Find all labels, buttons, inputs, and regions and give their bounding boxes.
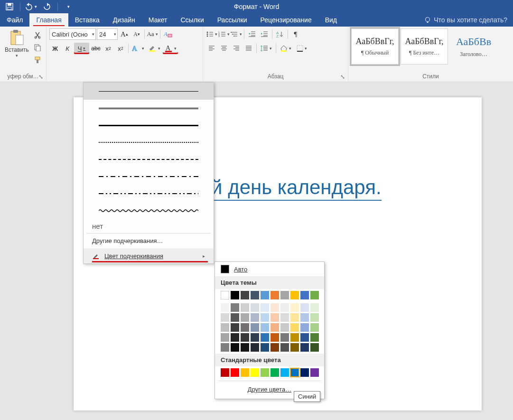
color-swatch[interactable] [290, 368, 299, 377]
align-center-button[interactable] [218, 43, 230, 54]
clear-formatting-button[interactable]: A [162, 28, 174, 40]
style-no-spacing[interactable]: АаБбВвГг,¶ Без инте… [401, 28, 448, 65]
color-swatch[interactable] [251, 343, 259, 352]
style-normal[interactable]: АаБбВвГг,¶ Обычный [351, 28, 399, 65]
underline-style-wave[interactable] [84, 202, 214, 219]
color-swatch[interactable] [231, 313, 239, 322]
italic-button[interactable]: К [62, 43, 73, 54]
color-swatch[interactable] [241, 343, 249, 352]
underline-color-submenu[interactable]: Цвет подчеркивания▸ [84, 248, 214, 263]
style-heading1[interactable]: АаБбВвЗаголово… [450, 28, 497, 65]
color-swatch[interactable] [290, 323, 299, 332]
tab-design[interactable]: Дизайн [106, 13, 142, 27]
color-swatch[interactable] [310, 368, 319, 377]
align-left-button[interactable] [206, 43, 217, 54]
change-case-button[interactable]: Aa▾ [147, 28, 158, 40]
color-swatch[interactable] [231, 333, 239, 342]
color-swatch[interactable] [251, 368, 259, 377]
font-name-combo[interactable]: Calibri (Осно▾ [49, 28, 96, 40]
decrease-indent-button[interactable] [246, 28, 258, 40]
save-button[interactable] [3, 0, 16, 13]
color-swatch[interactable] [290, 291, 299, 299]
cut-button[interactable] [32, 29, 43, 41]
font-size-combo[interactable]: 24▾ [97, 28, 118, 40]
color-swatch[interactable] [261, 303, 269, 312]
tab-mailings[interactable]: Рассылки [211, 13, 254, 27]
tab-file[interactable]: Файл [0, 13, 29, 27]
color-swatch[interactable] [251, 291, 259, 299]
color-swatch[interactable] [261, 368, 269, 377]
color-swatch[interactable] [241, 313, 249, 322]
color-swatch[interactable] [300, 333, 309, 342]
highlight-button[interactable]: ▾ [147, 43, 162, 54]
qat-customize[interactable]: ▾ [62, 0, 75, 13]
format-painter-button[interactable] [32, 54, 43, 65]
color-swatch[interactable] [300, 323, 309, 332]
color-swatch[interactable] [231, 343, 239, 352]
color-swatch[interactable] [270, 323, 279, 332]
tab-references[interactable]: Ссылки [174, 13, 210, 27]
color-swatch[interactable] [280, 313, 289, 322]
copy-button[interactable] [32, 42, 43, 53]
borders-button[interactable]: ▾ [294, 43, 309, 54]
color-swatch[interactable] [290, 313, 299, 322]
font-color-button[interactable]: A▾ [163, 43, 178, 54]
shrink-font-button[interactable]: A▾ [131, 28, 142, 40]
color-swatch[interactable] [261, 313, 269, 322]
shading-button[interactable]: ▾ [278, 43, 293, 54]
underline-style-single[interactable] [84, 83, 214, 100]
color-swatch[interactable] [221, 313, 229, 322]
numbering-button[interactable]: 123▾ [218, 28, 230, 40]
color-swatch[interactable] [310, 323, 319, 332]
color-swatch[interactable] [280, 291, 289, 299]
underline-button[interactable]: Ч▾ [74, 43, 89, 54]
color-swatch[interactable] [241, 323, 249, 332]
color-swatch[interactable] [251, 333, 259, 342]
color-swatch[interactable] [221, 333, 229, 342]
line-spacing-button[interactable]: ▾ [259, 43, 274, 54]
increase-indent-button[interactable] [259, 28, 270, 40]
sort-button[interactable]: AZ [274, 28, 286, 40]
color-swatch[interactable] [221, 368, 229, 377]
repeat-button[interactable] [40, 0, 54, 13]
tab-view[interactable]: Вид [318, 13, 344, 27]
color-swatch[interactable] [241, 291, 249, 299]
bullets-button[interactable]: ▾ [206, 28, 217, 40]
underline-style-dotted[interactable] [84, 134, 214, 151]
show-marks-button[interactable]: ¶ [290, 28, 301, 40]
tab-insert[interactable]: Вставка [68, 13, 106, 27]
underline-style-thick[interactable] [84, 117, 214, 134]
underline-more[interactable]: Другие подчеркивания… [84, 233, 214, 248]
color-swatch[interactable] [290, 333, 299, 342]
color-swatch[interactable] [310, 303, 319, 312]
tab-home[interactable]: Главная [29, 13, 68, 27]
tell-me[interactable]: Что вы хотите сделать? [419, 13, 513, 27]
superscript-button[interactable]: x2 [115, 43, 126, 54]
subscript-button[interactable]: x2 [103, 43, 114, 54]
color-swatch[interactable] [280, 303, 289, 312]
color-swatch[interactable] [290, 343, 299, 352]
underline-style-dash-dot[interactable] [84, 168, 214, 185]
undo-button[interactable]: ▾ [24, 0, 37, 13]
bold-button[interactable]: Ж [49, 43, 61, 54]
tab-layout[interactable]: Макет [142, 13, 174, 27]
text-effects-button[interactable]: A▾ [131, 43, 146, 54]
color-swatch[interactable] [221, 323, 229, 332]
underline-style-dashed[interactable] [84, 151, 214, 168]
tab-review[interactable]: Рецензирование [254, 13, 318, 27]
underline-none[interactable]: нет [84, 219, 214, 233]
color-swatch[interactable] [261, 323, 269, 332]
color-swatch[interactable] [280, 343, 289, 352]
color-swatch[interactable] [270, 313, 279, 322]
color-swatch[interactable] [280, 368, 289, 377]
color-swatch[interactable] [300, 368, 309, 377]
color-swatch[interactable] [261, 333, 269, 342]
color-swatch[interactable] [251, 313, 259, 322]
strikethrough-button[interactable]: abc [90, 43, 102, 54]
document-text[interactable]: й день календаря. [211, 176, 382, 201]
color-swatch[interactable] [241, 333, 249, 342]
color-swatch[interactable] [261, 343, 269, 352]
color-swatch[interactable] [251, 303, 259, 312]
color-swatch[interactable] [270, 368, 279, 377]
underline-style-double[interactable] [84, 100, 214, 117]
